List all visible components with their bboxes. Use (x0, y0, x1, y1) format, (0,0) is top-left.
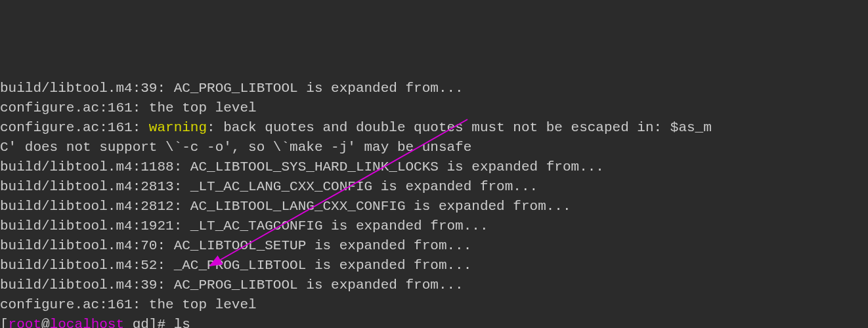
terminal-line: build/libtool.m4:2813: _LT_AC_LANG_CXX_C… (0, 177, 868, 197)
terminal-text-segment: C' does not support \`-c -o', so \`make … (0, 140, 471, 155)
terminal-text-segment: [ (0, 317, 9, 328)
terminal-line: configure.ac:161: the top level (0, 295, 868, 315)
terminal-line: build/libtool.m4:1188: AC_LIBTOOL_SYS_HA… (0, 157, 868, 177)
terminal-text-segment: build/libtool.m4:2813: _LT_AC_LANG_CXX_C… (0, 179, 538, 194)
terminal-text-segment: configure.ac:161: the top level (0, 297, 257, 312)
terminal-text-segment: build/libtool.m4:39: AC_PROG_LIBTOOL is … (0, 81, 464, 96)
terminal-line: build/libtool.m4:70: AC_LIBTOOL_SETUP is… (0, 236, 868, 256)
terminal-line: configure.ac:161: the top level (0, 98, 868, 118)
terminal-text-segment: @ (41, 317, 50, 328)
terminal-line: configure.ac:161: warning: back quotes a… (0, 118, 868, 138)
terminal-text-segment: build/libtool.m4:39: AC_PROG_LIBTOOL is … (0, 277, 464, 293)
terminal-text-segment: gd]# ls (124, 317, 190, 328)
terminal-line: C' does not support \`-c -o', so \`make … (0, 138, 868, 157)
terminal-line: [root@localhost gd]# ls (0, 315, 868, 328)
terminal-text-segment: build/libtool.m4:2812: AC_LIBTOOL_LANG_C… (0, 199, 571, 214)
terminal-text-segment: warning (149, 120, 207, 135)
terminal-output[interactable]: build/libtool.m4:39: AC_PROG_LIBTOOL is … (0, 79, 868, 328)
terminal-line: build/libtool.m4:52: _AC_PROG_LIBTOOL is… (0, 256, 868, 276)
terminal-text-segment: root (9, 317, 41, 328)
terminal-text-segment: : back quotes and double quotes must not… (207, 120, 712, 135)
terminal-line: build/libtool.m4:1921: _LT_AC_TAGCONFIG … (0, 216, 868, 236)
terminal-text-segment: build/libtool.m4:52: _AC_PROG_LIBTOOL is… (0, 258, 471, 273)
terminal-line: build/libtool.m4:39: AC_PROG_LIBTOOL is … (0, 79, 868, 98)
terminal-line: build/libtool.m4:39: AC_PROG_LIBTOOL is … (0, 276, 868, 295)
terminal-text-segment: build/libtool.m4:70: AC_LIBTOOL_SETUP is… (0, 238, 471, 253)
terminal-line: build/libtool.m4:2812: AC_LIBTOOL_LANG_C… (0, 197, 868, 216)
terminal-text-segment: build/libtool.m4:1921: _LT_AC_TAGCONFIG … (0, 218, 488, 234)
terminal-text-segment: localhost (50, 317, 124, 328)
terminal-text-segment: build/libtool.m4:1188: AC_LIBTOOL_SYS_HA… (0, 159, 604, 174)
terminal-text-segment: configure.ac:161: the top level (0, 100, 257, 115)
terminal-text-segment: configure.ac:161: (0, 120, 149, 135)
